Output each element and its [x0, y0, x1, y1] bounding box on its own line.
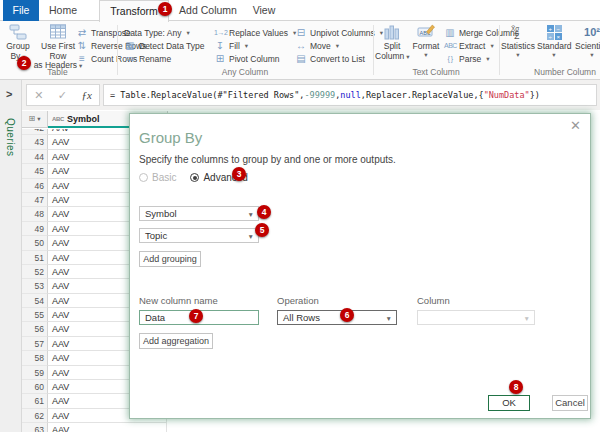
tab-file[interactable]: File — [3, 0, 39, 21]
step-badge-6: 6 — [340, 308, 354, 322]
commit-edit-icon[interactable]: ✓ — [58, 89, 67, 102]
split-column-icon — [375, 24, 409, 41]
chevron-down-icon: ▾ — [490, 42, 493, 50]
merge-columns-icon: ▥ — [444, 27, 456, 38]
radio-circle-icon — [139, 173, 148, 182]
cancel-button[interactable]: Cancel — [552, 395, 588, 411]
formula-input[interactable]: = Table.ReplaceValue(#"Filtered Rows",-9… — [103, 84, 597, 106]
convert-to-list-button[interactable]: ▤Convert to List — [295, 52, 365, 65]
move-icon: ↔ — [295, 40, 307, 51]
table-row[interactable]: 63AAV — [22, 423, 168, 432]
standard-button[interactable]: +− ÷× Standard▾ — [537, 24, 571, 57]
detect-data-type-button[interactable]: ▦Detect Data Type — [124, 39, 205, 52]
svg-text:−: − — [556, 26, 560, 32]
step-badge-1: 1 — [158, 2, 172, 16]
any-column-group-label: Any Column — [118, 67, 372, 77]
group-column-dropdown-2[interactable]: Topic ▼ — [139, 228, 259, 243]
table-icon: ⊞ — [29, 114, 36, 123]
group-column-dropdown-1[interactable]: Symbol ▼ — [139, 206, 259, 221]
ribbon-tab-bar: File Home Transform Add Column View — [0, 0, 600, 21]
operation-dropdown[interactable]: All Rows ▼ — [277, 310, 397, 325]
split-column-button[interactable]: Split Column▾ — [375, 24, 409, 61]
move-button[interactable]: ↔Move▾ — [295, 39, 339, 52]
detect-data-type-icon: ▦ — [124, 40, 136, 51]
add-aggregation-button[interactable]: Add aggregation — [139, 333, 213, 349]
text-column-group-label: Text Column — [374, 67, 498, 77]
statistics-icon: X̄σ Σ — [501, 24, 535, 41]
statistics-button[interactable]: X̄σ Σ Statistics▾ — [501, 24, 535, 57]
new-column-name-label: New column name — [139, 295, 218, 306]
pivot-column-button[interactable]: ⊞Pivot Column — [214, 52, 280, 65]
fx-icon[interactable]: ƒx — [81, 89, 91, 101]
chevron-down-icon: ▾ — [37, 115, 40, 122]
power-query-editor-window: File Home Transform Add Column View Grou… — [0, 0, 600, 432]
svg-text:+: + — [548, 26, 552, 32]
scientific-icon: 10² — [572, 24, 600, 40]
tab-view[interactable]: View — [246, 0, 282, 21]
group-by-icon — [2, 24, 34, 41]
dialog-title: Group By — [139, 129, 202, 146]
ok-button[interactable]: OK — [488, 395, 530, 411]
chevron-down-icon: ▼ — [248, 208, 254, 221]
step-badge-2: 2 — [17, 56, 31, 70]
chevron-down-icon: ▼ — [386, 312, 392, 325]
add-grouping-button[interactable]: Add grouping — [139, 251, 201, 267]
text-type-icon: ABC — [52, 116, 64, 122]
tab-home[interactable]: Home — [40, 0, 86, 21]
step-badge-3: 3 — [232, 167, 246, 181]
replace-values-icon: 1→2 — [214, 27, 226, 38]
tab-add-column[interactable]: Add Column — [178, 0, 238, 21]
replace-values-button[interactable]: 1→2Replace Values▾ — [214, 26, 296, 39]
select-all-corner-button[interactable]: ⊞▾ — [22, 111, 48, 128]
chevron-down-icon: ▾ — [537, 52, 571, 57]
scientific-button[interactable]: 10² Scientific▾ — [572, 24, 600, 57]
radio-circle-icon — [190, 173, 199, 182]
table-group-label: Table — [0, 67, 115, 77]
standard-operations-icon: +− ÷× — [537, 24, 571, 41]
radio-basic[interactable]: Basic — [139, 172, 176, 183]
chevron-down-icon: ▾ — [336, 42, 339, 50]
cancel-edit-icon[interactable]: ✕ — [34, 89, 43, 102]
ribbon: Group By▾ Use First Row as Headers▾ ⇄Tra… — [0, 21, 600, 80]
count-rows-icon: ≡ — [76, 53, 88, 64]
transpose-icon: ⇄ — [76, 27, 88, 38]
formula-bar: ✕ ✓ ƒx = Table.ReplaceValue(#"Filtered R… — [0, 80, 600, 110]
step-badge-7: 7 — [189, 309, 203, 323]
group-by-button[interactable]: Group By▾ — [2, 24, 34, 61]
chevron-down-icon: ▼ — [248, 230, 254, 243]
chevron-down-icon: ▼ — [524, 312, 530, 325]
chevron-down-icon: ▾ — [245, 42, 248, 50]
convert-to-list-icon: ▤ — [295, 53, 307, 64]
svg-text:×: × — [556, 34, 560, 40]
unpivot-columns-button[interactable]: ⊟Unpivot Columns▾ — [295, 26, 383, 39]
chevron-down-icon: ▾ — [572, 52, 600, 57]
operation-label: Operation — [277, 295, 319, 306]
rename-button[interactable]: ▭Rename — [124, 52, 171, 65]
format-button[interactable]: ABC Format▾ — [410, 24, 442, 57]
close-icon[interactable]: ✕ — [570, 118, 581, 133]
step-badge-8: 8 — [509, 380, 523, 394]
unpivot-columns-icon: ⊟ — [295, 27, 307, 38]
group-by-dialog: ✕ Group By Specify the columns to group … — [129, 113, 591, 419]
rename-icon: ▭ — [124, 53, 136, 64]
queries-pane-collapsed: > Queries — [0, 80, 22, 432]
reverse-rows-icon: ⇅ — [76, 40, 88, 51]
number-column-group-label: Number Column — [500, 67, 600, 77]
step-badge-4: 4 — [257, 205, 271, 219]
extract-button[interactable]: ABCExtract▾ — [444, 39, 494, 52]
formula-buttons: ✕ ✓ ƒx — [26, 84, 100, 106]
expand-queries-icon[interactable]: > — [6, 88, 12, 100]
pivot-column-icon: ⊞ — [214, 53, 226, 64]
fill-button[interactable]: ↧Fill▾ — [214, 39, 248, 52]
extract-icon: ABC — [444, 40, 456, 51]
column-label: Column — [417, 295, 450, 306]
svg-text:Σ: Σ — [514, 31, 520, 40]
fill-down-icon: ↧ — [214, 40, 226, 51]
transpose-button[interactable]: ⇄Transpose — [76, 26, 131, 39]
data-type-button[interactable]: Data Type: Any▾ — [124, 26, 190, 39]
queries-pane-title[interactable]: Queries — [5, 118, 16, 157]
chevron-down-icon: ▾ — [486, 55, 489, 63]
parse-button[interactable]: { }Parse▾ — [444, 52, 489, 65]
chevron-down-icon: ▾ — [501, 52, 535, 57]
format-icon: ABC — [410, 24, 442, 41]
